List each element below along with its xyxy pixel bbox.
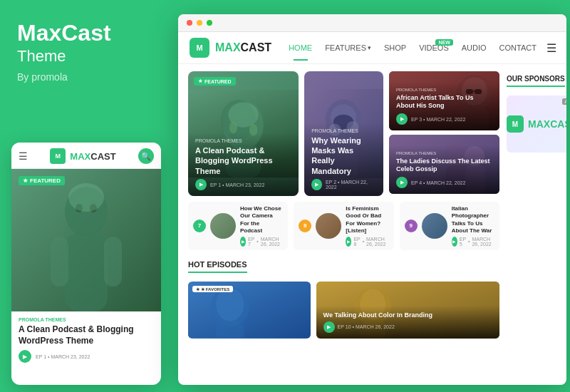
- mobile-featured-badge: ★ FEATURED: [19, 176, 65, 185]
- ep-play-8[interactable]: ▶: [346, 237, 351, 247]
- left-panel: MaxCast Theme By promola ☰ M MAXCAST 🔍: [0, 0, 171, 392]
- svg-point-7: [68, 183, 104, 212]
- hot-episodes-title: HOT EPISODES: [188, 260, 247, 273]
- sponsor-card-container: AD M MAXCAST: [507, 96, 566, 153]
- browser-mockup: M MAXCAST HOME FEATURES ▾ SHOP VIDEOS NE…: [178, 14, 566, 385]
- episode-list: 7 How We Chose Our Camera For the Podcas…: [188, 202, 499, 250]
- mobile-top-bar: ☰ M MAXCAST 🔍: [11, 143, 161, 169]
- sponsor-logo: M MAXCAST: [507, 115, 566, 133]
- ep-meta-9: ▶ EP 5 • MARCH 26, 2022: [452, 237, 494, 247]
- featured-card-2-meta: ▶ EP 2 • MARCH 22, 2022: [311, 179, 376, 190]
- nav-links: HOME FEATURES ▾ SHOP VIDEOS NEW AUDIO CO…: [283, 41, 542, 55]
- episode-item-8: 8 Is Feminism Good Or Bad For Women? [Li…: [294, 202, 393, 250]
- featured-badge: ★ FEATURED: [194, 77, 236, 86]
- nav-icons: ☰ 🔍: [542, 38, 566, 57]
- browser-dot-red[interactable]: [187, 20, 192, 26]
- episode-item-9: 9 Italian Photographer Talks To Us About…: [400, 202, 499, 250]
- brand-name: MaxCast Theme By promola: [17, 21, 154, 83]
- browser-bar: [178, 14, 566, 32]
- nav-logo: M MAXCAST: [190, 38, 271, 58]
- nav-link-home[interactable]: HOME: [283, 41, 318, 55]
- nav-link-features[interactable]: FEATURES ▾: [319, 41, 377, 55]
- favorites-badge: ★ ★ FAVORITES: [192, 286, 233, 292]
- svg-point-36: [216, 287, 244, 321]
- svg-point-13: [229, 121, 237, 133]
- top-featured-grid: ★ FEATURED PROMOLA THEMES A Clean Podcas…: [188, 71, 499, 196]
- episode-item-7: 7 How We Chose Our Camera For the Podcas…: [188, 202, 288, 250]
- svg-rect-4: [104, 237, 122, 287]
- featured-play-button-2[interactable]: ▶: [311, 179, 322, 190]
- ad-badge: AD: [562, 98, 566, 105]
- ep-info-8: Is Feminism Good Or Bad For Women? [List…: [346, 205, 388, 247]
- svg-rect-2: [65, 233, 108, 311]
- mobile-card-meta: ▶ EP 1 • MARCH 23, 2022: [19, 350, 154, 363]
- nav-link-contact[interactable]: CONTACT: [494, 41, 542, 55]
- site-nav: M MAXCAST HOME FEATURES ▾ SHOP VIDEOS NE…: [178, 32, 566, 64]
- svg-rect-3: [51, 237, 68, 287]
- browser-dot-green[interactable]: [207, 20, 212, 26]
- sponsors-title: OUR SPONSORS: [507, 75, 565, 87]
- sponsor-logo-inner: M MAXCAST: [507, 115, 566, 133]
- nav-logo-icon: M: [190, 38, 209, 58]
- sponsor-logo-icon: M: [507, 115, 524, 133]
- content-area: ★ FEATURED PROMOLA THEMES A Clean Podcas…: [178, 64, 566, 385]
- ep-num-7: 7: [193, 220, 206, 232]
- nav-link-videos[interactable]: VIDEOS NEW: [413, 41, 455, 55]
- mobile-search-button[interactable]: 🔍: [138, 148, 154, 164]
- ep-play-9[interactable]: ▶: [452, 237, 457, 247]
- featured-card-1-overlay: PROMOLA THEMES A Clean Podcast & Bloggin…: [188, 133, 299, 196]
- main-content: ★ FEATURED PROMOLA THEMES A Clean Podcas…: [188, 71, 499, 385]
- featured-card-2-overlay: PROMOLA THEMES Why Wearing Masks Was Rea…: [304, 123, 383, 196]
- ep-info-7: How We Chose Our Camera For the Podcast …: [240, 205, 283, 247]
- ep-play-7[interactable]: ▶: [240, 237, 246, 247]
- hot-episodes-grid: ★ ★ FAVORITES: [188, 282, 499, 339]
- side-card-1-meta: ▶ EP 3 • MARCH 22, 2022: [396, 113, 492, 125]
- side-card-1-overlay: PROMOLA THEMES African Artist Talks To U…: [389, 82, 499, 130]
- side-play-button-1[interactable]: ▶: [396, 113, 408, 125]
- ep-num-9: 9: [405, 220, 418, 232]
- ep-meta-8: ▶ EP 8 • MARCH 26, 2022: [346, 237, 388, 247]
- nav-link-shop[interactable]: SHOP: [378, 41, 412, 55]
- ep-meta-7: ▶ EP 7 • MARCH 26, 2022: [240, 237, 283, 247]
- ep-info-9: Italian Photographer Talks To Us About T…: [452, 205, 494, 247]
- side-cards: PROMOLA THEMES African Artist Talks To U…: [389, 71, 499, 196]
- featured-play-button-1[interactable]: ▶: [195, 179, 207, 190]
- hot-episodes-section: HOT EPISODES: [188, 257, 499, 339]
- mobile-star-icon: ★: [23, 177, 28, 184]
- side-card-2-overlay: PROMOLA THEMES The Ladies Discuss The La…: [389, 145, 499, 194]
- hot-card-2-meta: ▶ EP 10 • MARCH 26, 2022: [323, 321, 492, 333]
- hot-card-1: ★ ★ FAVORITES: [188, 282, 311, 339]
- ep-thumb-8: [316, 213, 341, 239]
- side-card-1: PROMOLA THEMES African Artist Talks To U…: [389, 71, 499, 130]
- svg-rect-37: [216, 320, 244, 338]
- ep-num-8: 8: [299, 220, 311, 232]
- mobile-mockup: ☰ M MAXCAST 🔍: [11, 143, 161, 385]
- mobile-card-info: PROMOLA THEMES A Clean Podcast & Bloggin…: [11, 311, 161, 368]
- hot-card-2-overlay: We Talking About Color In Branding ▶ EP …: [316, 306, 499, 339]
- sponsor-card: AD M MAXCAST: [507, 96, 566, 153]
- mobile-featured-image: ★ FEATURED: [11, 169, 161, 311]
- side-card-2-meta: ▶ EP 4 • MARCH 22, 2022: [396, 177, 492, 188]
- side-play-button-2[interactable]: ▶: [396, 177, 408, 188]
- featured-card-1-meta: ▶ EP 1 • MARCH 23, 2022: [195, 179, 291, 190]
- sidebar: OUR SPONSORS AD M MAXCAST: [507, 71, 566, 385]
- mobile-hamburger-icon: ☰: [19, 150, 28, 162]
- nav-link-audio[interactable]: AUDIO: [456, 41, 492, 55]
- featured-card-1: ★ FEATURED PROMOLA THEMES A Clean Podcas…: [188, 71, 299, 196]
- browser-dot-yellow[interactable]: [197, 20, 202, 26]
- star-icon: ★: [198, 78, 202, 84]
- mobile-logo-text: MAXCAST: [70, 151, 115, 162]
- star-icon-favorites: ★: [196, 287, 200, 292]
- hot-play-button[interactable]: ▶: [323, 321, 335, 333]
- ep-thumb-9: [422, 213, 447, 239]
- featured-card-2: PROMOLA THEMES Why Wearing Masks Was Rea…: [304, 71, 383, 196]
- mobile-play-button[interactable]: ▶: [19, 350, 31, 363]
- ep-thumb-7: [210, 213, 236, 239]
- mobile-logo: M MAXCAST: [50, 148, 115, 164]
- nav-logo-text: MAXCAST: [215, 41, 271, 54]
- mobile-hero-svg: [11, 169, 161, 311]
- hot-card-2: We Talking About Color In Branding ▶ EP …: [316, 282, 499, 339]
- mobile-logo-icon: M: [50, 148, 66, 164]
- hamburger-icon[interactable]: ☰: [542, 38, 561, 57]
- side-card-2: PROMOLA THEMES The Ladies Discuss The La…: [389, 135, 499, 194]
